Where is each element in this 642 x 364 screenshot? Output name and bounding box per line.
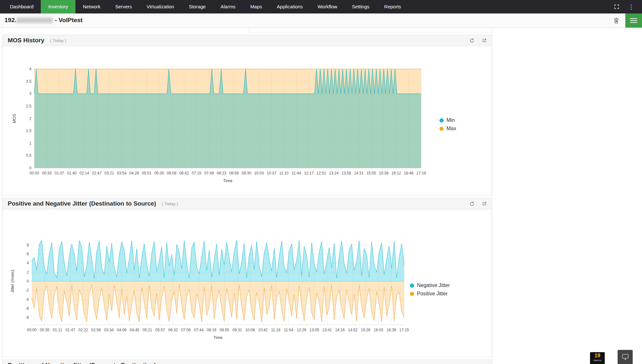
svg-text:11:18: 11:18	[271, 328, 280, 332]
nav-item-storage[interactable]: Storage	[181, 0, 213, 13]
svg-text:07:08: 07:08	[181, 328, 191, 332]
svg-text:00:35: 00:35	[40, 328, 49, 332]
svg-text:09:30: 09:30	[242, 171, 251, 175]
svg-text:04:45: 04:45	[130, 328, 139, 332]
svg-text:09:31: 09:31	[232, 328, 242, 332]
svg-text:1.5: 1.5	[26, 129, 31, 133]
svg-text:00:33: 00:33	[42, 171, 52, 175]
svg-text:03:21: 03:21	[104, 171, 114, 175]
svg-text:Time: Time	[213, 335, 222, 340]
svg-text:13:05: 13:05	[309, 328, 319, 332]
redacted-ip-block	[17, 18, 53, 23]
nav-item-workflow[interactable]: Workflow	[310, 0, 344, 13]
svg-text:12:29: 12:29	[297, 328, 306, 332]
panel-period: ( Today )	[50, 38, 66, 43]
svg-text:4: 4	[27, 261, 29, 265]
nav-item-settings[interactable]: Settings	[345, 0, 377, 13]
legend-item[interactable]: Positive Jitter	[410, 291, 450, 297]
svg-text:14:31: 14:31	[354, 171, 364, 175]
svg-text:16:46: 16:46	[404, 171, 413, 175]
legend-dot-icon	[439, 118, 444, 123]
nav-item-dashboard[interactable]: Dashboard	[3, 0, 41, 13]
svg-text:15:38: 15:38	[379, 171, 388, 175]
svg-text:3: 3	[29, 91, 31, 96]
jitter-legend: Negative JitterPositive Jitter	[410, 283, 450, 297]
svg-text:05:01: 05:01	[142, 171, 152, 175]
svg-text:05:35: 05:35	[154, 171, 164, 175]
svg-text:00:00: 00:00	[27, 328, 37, 332]
refresh-icon[interactable]	[470, 201, 474, 206]
svg-text:10:37: 10:37	[267, 171, 276, 175]
svg-text:10:06: 10:06	[245, 328, 255, 332]
page-title: 192. - VoIPtest	[4, 17, 82, 24]
alarms-badge[interactable]: 19 Alarms	[590, 352, 605, 364]
svg-text:-8: -8	[25, 315, 29, 320]
popout-icon[interactable]	[482, 38, 487, 43]
panel-header: MOS History ( Today )	[3, 35, 491, 46]
svg-text:07:15: 07:15	[192, 171, 201, 175]
svg-text:05:57: 05:57	[155, 328, 165, 332]
nav-item-applications[interactable]: Applications	[269, 0, 310, 13]
hamburger-menu-button[interactable]	[625, 13, 642, 28]
svg-text:03:54: 03:54	[117, 171, 126, 175]
panel-actions	[470, 201, 487, 206]
svg-text:04:28: 04:28	[129, 171, 139, 175]
legend-item[interactable]: Min	[439, 117, 456, 123]
fullscreen-icon[interactable]	[614, 4, 619, 9]
svg-text:4: 4	[29, 67, 31, 71]
panel-header: Positive and Negative Jitter (Destinatio…	[3, 198, 491, 209]
nav-item-maps[interactable]: Maps	[243, 0, 270, 13]
alarms-count: 19	[590, 352, 605, 359]
svg-text:13:41: 13:41	[322, 328, 332, 332]
svg-text:Time: Time	[223, 178, 232, 183]
svg-text:16:39: 16:39	[386, 328, 396, 332]
svg-text:08:56: 08:56	[229, 171, 239, 175]
legend-item[interactable]: Negative Jitter	[410, 283, 450, 288]
partial-previous-row	[2, 28, 492, 32]
svg-text:3.5: 3.5	[26, 79, 31, 84]
nav-item-servers[interactable]: Servers	[108, 0, 139, 13]
panel-title: Positive and Negative Jitter (Destinatio…	[8, 200, 156, 207]
svg-text:12:51: 12:51	[317, 171, 326, 175]
nav-item-reports[interactable]: Reports	[377, 0, 409, 13]
refresh-icon[interactable]	[470, 38, 474, 43]
svg-text:Jitter (msec): Jitter (msec)	[10, 270, 15, 293]
svg-text:01:07: 01:07	[55, 171, 64, 175]
svg-text:0: 0	[29, 166, 31, 170]
svg-text:15:05: 15:05	[367, 171, 376, 175]
delete-device-icon[interactable]	[614, 18, 619, 25]
nav-item-network[interactable]: Network	[75, 0, 108, 13]
alarms-label: Alarms	[590, 359, 605, 362]
device-name: - VoIPtest	[55, 17, 82, 24]
svg-text:14:52: 14:52	[348, 328, 358, 332]
nav-right-icons: ⋮	[614, 0, 642, 13]
mos-history-legend: MinMax	[439, 117, 456, 131]
mos-history-chart-area: 00:0000:3301:0701:4002:1402:4703:2103:54…	[3, 46, 491, 195]
svg-text:2.5: 2.5	[26, 104, 31, 108]
top-navigation: Dashboard Inventory Network Servers Virt…	[0, 0, 642, 13]
svg-text:00:00: 00:00	[30, 171, 39, 175]
svg-text:08:55: 08:55	[220, 328, 229, 332]
legend-label: Min	[447, 117, 455, 123]
svg-text:11:10: 11:10	[279, 171, 289, 175]
svg-text:13:58: 13:58	[342, 171, 351, 175]
console-tool-button[interactable]	[618, 350, 633, 364]
svg-text:01:40: 01:40	[67, 171, 77, 175]
panel-actions	[470, 38, 487, 43]
panel-header: Positive and Negative Jitter (Source to …	[3, 360, 491, 364]
svg-text:07:49: 07:49	[204, 171, 214, 175]
nav-item-alarms[interactable]: Alarms	[213, 0, 243, 13]
svg-text:17:15: 17:15	[399, 328, 409, 332]
legend-item[interactable]: Max	[439, 126, 456, 131]
svg-text:10:42: 10:42	[258, 328, 268, 332]
svg-text:07:44: 07:44	[194, 328, 204, 332]
svg-text:11:44: 11:44	[292, 171, 301, 175]
svg-text:16:03: 16:03	[374, 328, 383, 332]
kebab-menu-icon[interactable]: ⋮	[628, 4, 634, 10]
svg-text:08:23: 08:23	[217, 171, 226, 175]
panel-period: ( Today )	[162, 201, 178, 206]
popout-icon[interactable]	[482, 201, 487, 206]
panel-jitter-source-to-dest: Positive and Negative Jitter (Source to …	[3, 360, 492, 364]
nav-item-virtualization[interactable]: Virtualization	[139, 0, 182, 13]
nav-item-inventory[interactable]: Inventory	[41, 0, 75, 13]
